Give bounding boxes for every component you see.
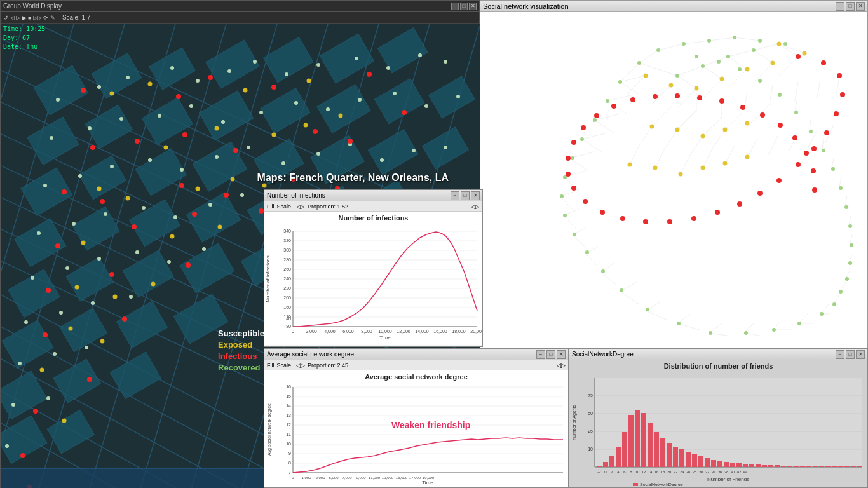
svg-rect-522 <box>781 466 786 467</box>
svg-point-99 <box>180 168 184 172</box>
svg-text:280: 280 <box>283 257 291 262</box>
svg-text:17,000: 17,000 <box>409 476 421 480</box>
infections-close-btn[interactable]: ✕ <box>471 191 480 200</box>
svg-point-349 <box>695 55 698 58</box>
infections-scale-btn[interactable]: Scale <box>277 203 292 210</box>
svg-point-82 <box>50 136 53 140</box>
svg-point-135 <box>243 88 248 93</box>
svg-point-337 <box>850 243 853 247</box>
svg-text:340: 340 <box>283 229 291 233</box>
avg-close-btn[interactable]: ✕ <box>557 350 566 359</box>
svg-point-131 <box>46 396 50 400</box>
svg-point-156 <box>62 419 67 423</box>
svg-point-147 <box>170 234 175 239</box>
svg-rect-528 <box>819 466 824 467</box>
svg-point-332 <box>820 312 824 316</box>
svg-point-84 <box>119 117 123 121</box>
svg-point-392 <box>594 113 599 118</box>
svg-text:42: 42 <box>737 470 742 474</box>
degree-minimize-btn[interactable]: − <box>836 350 844 359</box>
social-title-bar: Social network visualization − □ ✕ <box>480 1 867 12</box>
infections-chart-title: Number of infections <box>264 212 482 222</box>
svg-point-138 <box>304 123 308 128</box>
svg-point-163 <box>348 139 353 144</box>
world-minimize-btn[interactable]: − <box>451 3 459 10</box>
social-title-text: Social network visualization <box>483 3 836 10</box>
svg-point-365 <box>679 172 683 177</box>
svg-point-152 <box>75 285 79 290</box>
svg-point-340 <box>839 186 843 190</box>
svg-point-164 <box>313 129 318 134</box>
svg-point-127 <box>18 362 22 365</box>
svg-text:25: 25 <box>588 429 593 433</box>
degree-close-btn[interactable]: ✕ <box>856 350 865 359</box>
svg-rect-499 <box>635 410 640 467</box>
svg-text:9: 9 <box>288 451 291 456</box>
svg-point-72 <box>170 66 174 70</box>
infections-window: Number of infections − □ ✕ Fill Scale ◁▷… <box>264 189 483 347</box>
svg-rect-510 <box>705 458 710 467</box>
svg-point-108 <box>37 231 41 235</box>
svg-text:6,000: 6,000 <box>342 329 354 334</box>
svg-point-339 <box>844 205 848 209</box>
world-title: Group World Display <box>3 3 451 10</box>
social-network-canvas <box>480 12 867 349</box>
svg-point-113 <box>208 203 212 207</box>
svg-point-379 <box>737 201 742 207</box>
svg-text:20,000: 20,000 <box>470 329 482 334</box>
svg-rect-525 <box>800 466 805 467</box>
avg-fill-btn[interactable]: Fill <box>267 362 275 369</box>
scale-label: Scale: 1.7 <box>62 14 90 21</box>
svg-point-98 <box>148 158 152 162</box>
social-maximize-btn[interactable]: □ <box>846 2 855 11</box>
infections-minimize-btn[interactable]: − <box>451 191 459 200</box>
svg-point-151 <box>113 295 118 299</box>
svg-point-167 <box>135 139 140 144</box>
svg-point-181 <box>46 288 51 293</box>
infections-fill-btn[interactable]: Fill <box>267 203 275 210</box>
svg-point-320 <box>560 194 564 198</box>
world-close-btn[interactable]: ✕ <box>469 3 477 10</box>
svg-rect-515 <box>736 463 742 467</box>
svg-text:12,000: 12,000 <box>397 329 410 334</box>
avg-scale-btn[interactable]: Scale <box>277 362 292 369</box>
svg-text:300: 300 <box>283 248 291 252</box>
avg-minimize-btn[interactable]: − <box>536 350 545 359</box>
svg-rect-494 <box>603 462 608 467</box>
svg-text:12: 12 <box>642 470 646 474</box>
svg-point-359 <box>675 128 680 132</box>
svg-point-378 <box>757 191 763 196</box>
social-close-btn[interactable]: ✕ <box>856 2 865 11</box>
svg-point-132 <box>5 444 9 448</box>
avg-social-window: Average social network degree − □ ✕ Fill… <box>264 348 569 488</box>
svg-text:0: 0 <box>292 476 294 480</box>
svg-point-161 <box>367 72 372 77</box>
infections-maximize-btn[interactable]: □ <box>461 191 470 200</box>
svg-point-368 <box>745 155 750 159</box>
svg-rect-497 <box>622 432 627 467</box>
svg-point-308 <box>656 48 660 52</box>
svg-point-370 <box>821 60 826 65</box>
svg-point-121 <box>167 260 171 264</box>
svg-point-77 <box>316 63 320 67</box>
svg-rect-508 <box>692 454 697 467</box>
svg-point-177 <box>259 208 264 214</box>
svg-point-354 <box>695 86 699 91</box>
svg-point-69 <box>56 98 60 102</box>
svg-point-89 <box>294 101 298 105</box>
svg-point-341 <box>831 167 835 171</box>
svg-rect-520 <box>768 465 773 467</box>
svg-point-402 <box>792 135 797 140</box>
svg-rect-190 <box>480 12 867 349</box>
world-maximize-btn[interactable]: □ <box>460 3 468 10</box>
svg-text:9,000: 9,000 <box>356 476 366 480</box>
svg-text:11: 11 <box>286 432 291 437</box>
social-minimize-btn[interactable]: − <box>836 2 844 11</box>
svg-point-371 <box>837 73 842 78</box>
degree-maximize-btn[interactable]: □ <box>846 350 855 359</box>
avg-maximize-btn[interactable]: □ <box>546 350 555 359</box>
svg-point-92 <box>393 92 397 95</box>
svg-point-130 <box>11 403 15 407</box>
svg-rect-534 <box>857 466 862 467</box>
svg-point-381 <box>691 216 696 221</box>
